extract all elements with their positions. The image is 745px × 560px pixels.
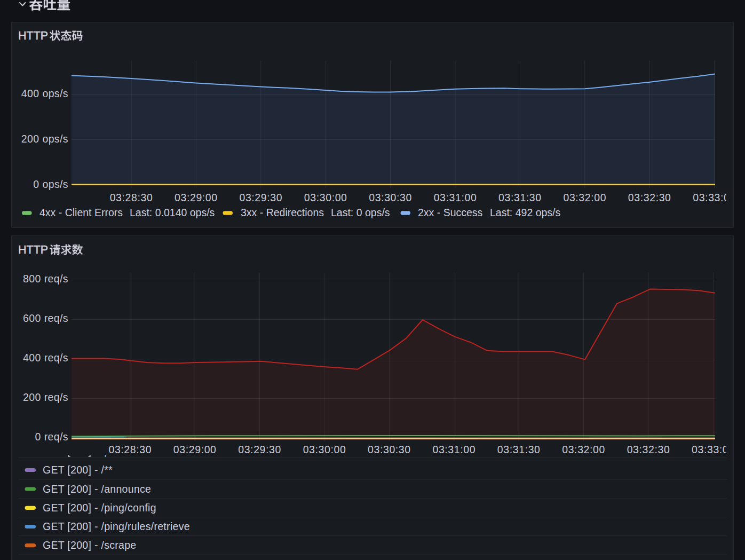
svg-text:200 ops/s: 200 ops/s xyxy=(21,133,68,145)
svg-text:03:31:00: 03:31:00 xyxy=(434,192,477,203)
svg-text:400 req/s: 400 req/s xyxy=(23,352,68,364)
svg-text:GET [200] - /**: GET [200] - /** xyxy=(43,464,113,476)
svg-text:03:29:00: 03:29:00 xyxy=(175,192,218,203)
svg-text:03:30:30: 03:30:30 xyxy=(369,192,412,203)
svg-text:03:30:00: 03:30:00 xyxy=(304,192,347,203)
svg-text:GET [200] - /scrape: GET [200] - /scrape xyxy=(43,539,137,551)
svg-text:200 req/s: 200 req/s xyxy=(23,391,68,403)
svg-text:03:32:30: 03:32:30 xyxy=(627,444,670,455)
svg-text:03:32:30: 03:32:30 xyxy=(628,192,671,203)
svg-text:03:31:00: 03:31:00 xyxy=(432,444,475,455)
svg-text:03:31:30: 03:31:30 xyxy=(498,192,542,203)
svg-text:Last: 0.0140 ops/s: Last: 0.0140 ops/s xyxy=(130,207,215,218)
svg-text:0 ops/s: 0 ops/s xyxy=(33,178,68,190)
svg-text:600 req/s: 600 req/s xyxy=(23,312,68,324)
svg-text:HTTP: HTTP xyxy=(18,29,48,42)
svg-text:3xx - Redirections: 3xx - Redirections xyxy=(241,207,324,218)
svg-text:4xx - Client Errors: 4xx - Client Errors xyxy=(39,207,123,218)
svg-text:Last: 0 ops/s: Last: 0 ops/s xyxy=(331,207,390,218)
svg-text:400 ops/s: 400 ops/s xyxy=(21,88,68,99)
svg-text:GET [200] - /ping/config: GET [200] - /ping/config xyxy=(43,502,156,514)
svg-text:03:29:30: 03:29:30 xyxy=(238,444,281,455)
svg-text:0 req/s: 0 req/s xyxy=(35,431,68,443)
svg-text:03:32:00: 03:32:00 xyxy=(563,192,606,203)
svg-text:HTTP: HTTP xyxy=(18,243,48,256)
svg-text:GET [200] - /ping/rules/retrie: GET [200] - /ping/rules/retrieve xyxy=(43,520,190,532)
svg-text:03:28:30: 03:28:30 xyxy=(108,444,152,455)
svg-text:03:29:30: 03:29:30 xyxy=(239,192,282,203)
svg-text:2xx - Success: 2xx - Success xyxy=(418,207,483,218)
svg-text:GET [200] - /announce: GET [200] - /announce xyxy=(43,483,151,495)
svg-text:800 req/s: 800 req/s xyxy=(23,273,68,285)
svg-text:03:30:00: 03:30:00 xyxy=(303,444,346,455)
svg-text:03:29:00: 03:29:00 xyxy=(173,444,217,455)
svg-text:03:33:00: 03:33:00 xyxy=(693,192,736,203)
svg-text:03:30:30: 03:30:30 xyxy=(368,444,411,455)
svg-text:03:28:30: 03:28:30 xyxy=(110,192,153,203)
svg-text:03:32:00: 03:32:00 xyxy=(562,444,605,455)
svg-text:03:33:00: 03:33:00 xyxy=(692,444,735,455)
svg-text:03:31:30: 03:31:30 xyxy=(497,444,541,455)
svg-text:Last: 492 ops/s: Last: 492 ops/s xyxy=(490,207,561,218)
